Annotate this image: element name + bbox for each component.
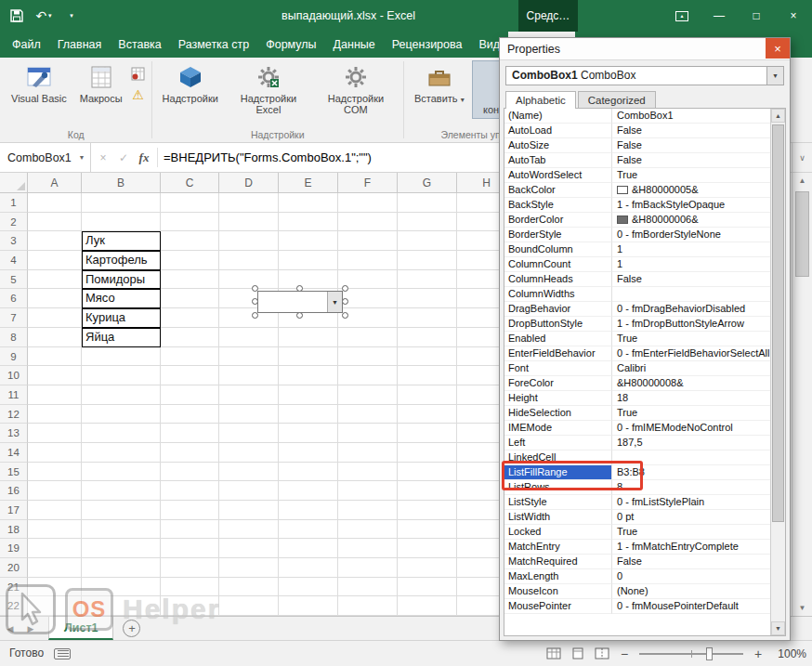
property-name[interactable]: Enabled <box>504 332 612 346</box>
row-header-20[interactable]: 20 <box>0 558 28 578</box>
minimize-button[interactable]: — <box>701 0 738 32</box>
cell-C20[interactable] <box>161 558 219 578</box>
properties-title-bar[interactable]: Properties <box>500 38 790 60</box>
property-row-Locked[interactable]: LockedTrue <box>504 525 770 540</box>
property-name[interactable]: MaxLength <box>504 569 612 584</box>
cell-D19[interactable] <box>219 539 279 558</box>
cell-B9[interactable] <box>82 347 161 367</box>
selection-handle[interactable] <box>296 312 303 319</box>
cell-D14[interactable] <box>219 443 279 463</box>
record-macro-button[interactable] <box>130 65 147 82</box>
property-value[interactable]: False <box>612 124 770 138</box>
formula-bar-expand-button[interactable]: ∨ <box>792 143 812 173</box>
cell-D8[interactable] <box>219 328 279 347</box>
row-header-14[interactable]: 14 <box>0 443 28 463</box>
property-value[interactable]: 1 <box>612 257 770 272</box>
cell-C6[interactable] <box>161 289 219 308</box>
cell-G13[interactable] <box>398 424 457 443</box>
row-header-3[interactable]: 3 <box>0 231 28 251</box>
property-value[interactable]: &H80000006& <box>612 213 770 228</box>
scroll-down-icon[interactable]: ▼ <box>792 600 812 616</box>
property-row-DropButtonStyle[interactable]: DropButtonStyle1 - fmDropButtonStyleArro… <box>504 317 770 332</box>
property-row-BorderColor[interactable]: BorderColor&H80000006& <box>504 213 770 228</box>
property-name[interactable]: ListFillRange <box>504 465 612 480</box>
property-name[interactable]: MouseIcon <box>504 584 612 599</box>
property-row-ListWidth[interactable]: ListWidth0 pt <box>504 510 770 525</box>
cell-A16[interactable] <box>28 481 82 501</box>
cell-E13[interactable] <box>279 424 338 443</box>
cell-D15[interactable] <box>219 463 279 482</box>
cell-A13[interactable] <box>28 424 82 443</box>
ribbon-tab-page-layout[interactable]: Разметка стр <box>170 32 257 58</box>
cell-C22[interactable] <box>161 596 219 616</box>
property-value[interactable]: (None) <box>612 584 770 599</box>
property-row-DragBehavior[interactable]: DragBehavior0 - fmDragBehaviorDisabled <box>504 302 770 317</box>
property-value[interactable]: 1 <box>612 242 770 257</box>
page-break-view-button[interactable] <box>595 647 609 659</box>
cell-B18[interactable] <box>82 520 161 540</box>
property-row-ForeColor[interactable]: ForeColor&H80000008& <box>504 376 770 391</box>
cell-B17[interactable] <box>82 501 161 520</box>
cell-D21[interactable] <box>219 578 279 597</box>
cell-A11[interactable] <box>28 385 82 405</box>
property-value[interactable]: 8 <box>612 480 770 495</box>
cell-G18[interactable] <box>398 520 457 540</box>
cell-F8[interactable] <box>338 328 398 347</box>
cell-B22[interactable] <box>82 596 161 616</box>
zoom-level[interactable]: 100% <box>773 647 806 660</box>
cell-B12[interactable] <box>82 405 161 424</box>
com-add-ins-button[interactable]: Надстройки COM <box>313 60 399 119</box>
cell-F3[interactable] <box>338 231 398 251</box>
cell-E12[interactable] <box>279 405 338 424</box>
cell-A20[interactable] <box>28 558 82 578</box>
cell-C14[interactable] <box>161 443 219 463</box>
cell-C13[interactable] <box>161 424 219 443</box>
property-name[interactable]: Left <box>504 436 612 451</box>
ribbon-tab-data[interactable]: Данные <box>325 32 384 58</box>
property-name[interactable]: AutoWordSelect <box>504 168 612 183</box>
contextual-tab-button[interactable]: Средс… <box>518 0 578 32</box>
property-row-Name[interactable]: (Name)ComboBox1 <box>504 109 770 124</box>
cell-B16[interactable] <box>82 481 161 501</box>
cell-F12[interactable] <box>338 405 398 424</box>
property-name[interactable]: BorderColor <box>504 213 612 228</box>
property-name[interactable]: MatchEntry <box>504 540 612 555</box>
cell-B14[interactable] <box>82 443 161 463</box>
row-header-7[interactable]: 7 <box>0 308 28 328</box>
cell-A4[interactable] <box>28 251 82 270</box>
sheet-tab-1[interactable]: Лист1 <box>48 617 113 640</box>
cell-A2[interactable] <box>28 213 82 232</box>
macro-record-button[interactable] <box>54 648 71 659</box>
scroll-up-icon[interactable]: ▲ <box>771 109 785 123</box>
scrollbar-thumb[interactable] <box>772 124 784 522</box>
cell-G19[interactable] <box>398 539 457 558</box>
property-name[interactable]: BorderStyle <box>504 228 612 242</box>
property-value[interactable]: 0 - fmMousePointerDefault <box>612 599 770 614</box>
property-value[interactable]: 18 <box>612 391 770 406</box>
cell-C21[interactable] <box>161 578 219 597</box>
cell-C5[interactable] <box>161 270 219 290</box>
property-row-AutoSize[interactable]: AutoSizeFalse <box>504 138 770 153</box>
cell-F21[interactable] <box>338 578 398 597</box>
cell-D3[interactable] <box>219 231 279 251</box>
cell-A15[interactable] <box>28 463 82 482</box>
zoom-slider-thumb[interactable] <box>706 647 713 660</box>
cell-G12[interactable] <box>398 405 457 424</box>
row-header-2[interactable]: 2 <box>0 213 28 232</box>
vertical-scrollbar[interactable]: ▲ ▼ <box>792 173 812 616</box>
cell-D20[interactable] <box>219 558 279 578</box>
cell-A12[interactable] <box>28 405 82 424</box>
properties-tab-categorized[interactable]: Categorized <box>578 91 656 109</box>
cell-F4[interactable] <box>338 251 398 270</box>
property-row-AutoLoad[interactable]: AutoLoadFalse <box>504 124 770 138</box>
property-value[interactable]: 187,5 <box>612 436 770 451</box>
property-name[interactable]: Font <box>504 361 612 376</box>
cell-E16[interactable] <box>279 481 338 501</box>
property-row-Enabled[interactable]: EnabledTrue <box>504 332 770 346</box>
name-box[interactable]: ComboBox1 ▼ <box>0 143 91 172</box>
cell-G7[interactable] <box>398 308 457 328</box>
combobox-face[interactable]: ▼ <box>257 291 343 313</box>
property-row-BorderStyle[interactable]: BorderStyle0 - fmBorderStyleNone <box>504 228 770 242</box>
property-name[interactable]: (Name) <box>504 109 612 124</box>
property-value[interactable]: B3:B8 <box>612 465 770 480</box>
